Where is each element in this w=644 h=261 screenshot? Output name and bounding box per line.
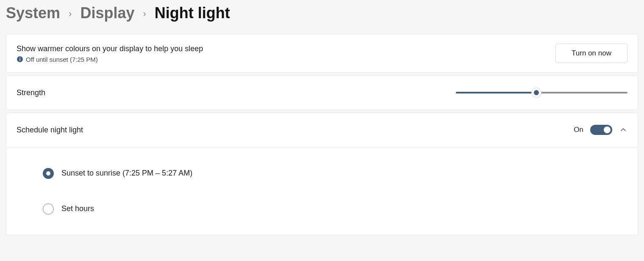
nightlight-status: Off until sunset (7:25 PM): [17, 56, 203, 63]
svg-rect-1: [19, 59, 20, 61]
schedule-label: Schedule night light: [17, 125, 83, 135]
slider-fill: [456, 92, 536, 93]
strength-label: Strength: [17, 88, 45, 98]
radio-unselected-icon: [43, 203, 54, 214]
schedule-option-set-hours[interactable]: Set hours: [43, 196, 627, 222]
svg-point-2: [19, 58, 20, 58]
chevron-right-icon: ›: [143, 8, 146, 19]
breadcrumb-system[interactable]: System: [6, 4, 60, 22]
schedule-option-sunset-label: Sunset to sunrise (7:25 PM – 5:27 AM): [61, 169, 192, 178]
schedule-options: Sunset to sunrise (7:25 PM – 5:27 AM) Se…: [6, 147, 638, 235]
radio-selected-icon: [43, 168, 54, 179]
breadcrumb: System › Display › Night light: [6, 0, 638, 34]
nightlight-description: Show warmer colours on your display to h…: [17, 44, 203, 54]
nightlight-description-block: Show warmer colours on your display to h…: [17, 44, 203, 63]
chevron-up-icon: [620, 127, 626, 133]
turn-on-now-button[interactable]: Turn on now: [555, 44, 627, 63]
strength-card: Strength: [6, 75, 638, 110]
breadcrumb-display[interactable]: Display: [80, 4, 134, 22]
schedule-option-set-hours-label: Set hours: [61, 204, 94, 213]
strength-slider[interactable]: [456, 92, 627, 93]
chevron-right-icon: ›: [69, 8, 72, 19]
slider-thumb[interactable]: [531, 88, 541, 98]
collapse-button[interactable]: [619, 126, 627, 134]
breadcrumb-current: Night light: [155, 4, 230, 22]
info-icon: [17, 56, 23, 63]
schedule-state-label: On: [574, 126, 583, 134]
nightlight-status-text: Off until sunset (7:25 PM): [26, 56, 98, 63]
schedule-toggle[interactable]: [590, 125, 612, 135]
schedule-option-sunset[interactable]: Sunset to sunrise (7:25 PM – 5:27 AM): [43, 160, 627, 187]
nightlight-status-card: Show warmer colours on your display to h…: [6, 34, 638, 73]
schedule-card: Schedule night light On Sunset to sunris…: [6, 113, 638, 235]
